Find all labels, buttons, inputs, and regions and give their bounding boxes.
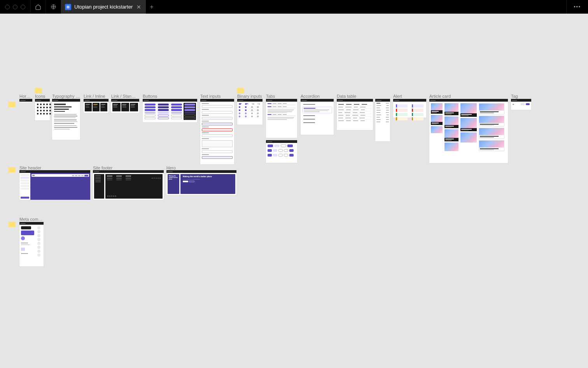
frame-label[interactable]: Meta com…: [19, 217, 43, 222]
frame-link-standalone[interactable]: [111, 99, 139, 113]
frame-label[interactable]: Hor…: [19, 94, 31, 99]
new-tab-button[interactable]: +: [146, 4, 158, 11]
frame-label[interactable]: Accordion: [301, 94, 320, 99]
app-menu-button[interactable]: •••: [567, 4, 588, 10]
window-traffic-lights[interactable]: [0, 5, 30, 9]
frame-buttons[interactable]: [143, 99, 197, 122]
frame-site-header[interactable]: [19, 170, 90, 200]
sticky-note[interactable]: [35, 88, 42, 93]
frame-article-card[interactable]: Article heading: [429, 99, 508, 163]
frame-link-inline[interactable]: [84, 99, 108, 113]
design-canvas[interactable]: Hor… Icons Typography … Link / Inline Li…: [0, 14, 588, 368]
traffic-close[interactable]: [5, 5, 10, 9]
tab-app-icon: [65, 4, 71, 10]
frame-label[interactable]: Buttons: [143, 94, 157, 99]
frame-label[interactable]: Typography …: [52, 94, 80, 99]
frame-typography[interactable]: [52, 99, 80, 140]
frame-label[interactable]: Tabs: [266, 94, 275, 99]
frame-label[interactable]: Site footer: [93, 166, 112, 170]
frame-label[interactable]: Link / Stand…: [111, 94, 138, 99]
frame-label[interactable]: Binary inputs: [237, 94, 262, 99]
frame-meta-components[interactable]: [19, 222, 44, 266]
frame-accordion[interactable]: [301, 99, 334, 135]
frame-label[interactable]: Alert: [393, 94, 402, 99]
frame-site-footer[interactable]: [93, 170, 164, 200]
frame-icons[interactable]: [35, 99, 50, 120]
frame-hr[interactable]: [19, 99, 32, 102]
frame-hero[interactable]: Making the world a better place Making t…: [166, 170, 236, 195]
sticky-note[interactable]: [9, 167, 16, 173]
frame-label[interactable]: Link / Inline: [84, 94, 105, 99]
sticky-note[interactable]: [237, 88, 244, 93]
sticky-note[interactable]: [9, 102, 16, 107]
frame-label[interactable]: Text inputs: [200, 94, 221, 99]
frame-label[interactable]: Tag: [511, 94, 518, 99]
home-button[interactable]: [31, 0, 46, 14]
frame-label[interactable]: Hero: [166, 166, 176, 170]
frame-data-table-b[interactable]: [375, 99, 390, 141]
frame-label[interactable]: Article card: [429, 94, 451, 99]
frame-data-table-a[interactable]: [337, 99, 373, 130]
traffic-min[interactable]: [13, 5, 18, 9]
tab-title: Utopian project kickstarter: [74, 4, 133, 10]
traffic-max[interactable]: [21, 5, 25, 9]
frame-label[interactable]: Site header: [19, 166, 41, 170]
frame-label[interactable]: Icons: [35, 94, 45, 99]
frame-text-inputs[interactable]: [200, 99, 234, 164]
titlebar: Utopian project kickstarter ✕ + •••: [0, 0, 588, 14]
tab-close-icon[interactable]: ✕: [136, 4, 142, 10]
frame-label[interactable]: Data table: [337, 94, 356, 99]
globe-button[interactable]: [46, 0, 61, 14]
frame-tabs-b[interactable]: [266, 140, 297, 163]
frame-binary-inputs[interactable]: [237, 99, 262, 125]
frame-tag[interactable]: [511, 99, 531, 110]
active-tab[interactable]: Utopian project kickstarter ✕: [61, 0, 146, 14]
frame-alert[interactable]: [393, 99, 426, 118]
sticky-note[interactable]: [9, 222, 16, 227]
frame-tabs-a[interactable]: [266, 99, 297, 138]
